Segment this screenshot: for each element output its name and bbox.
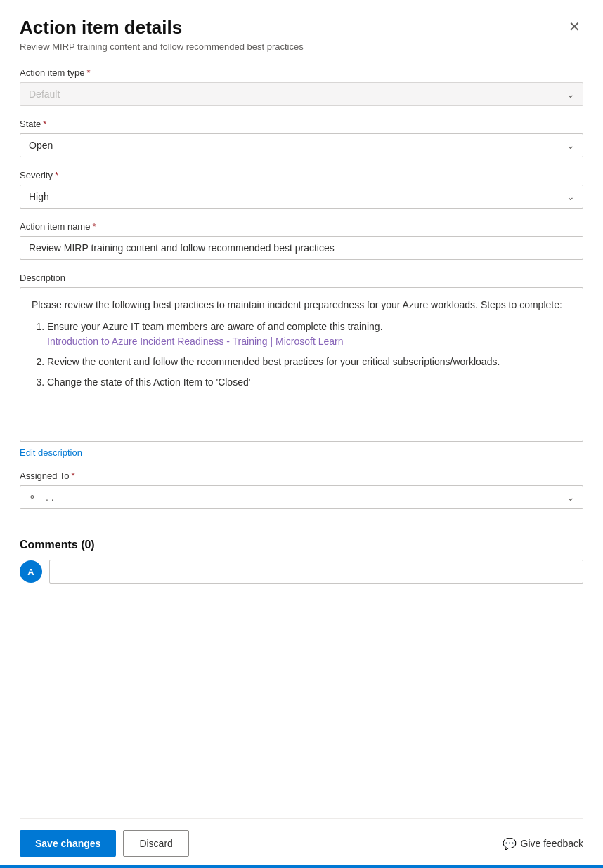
panel-subtitle: Review MIRP training content and follow … <box>20 41 583 52</box>
severity-select[interactable]: High Medium Low <box>20 185 583 209</box>
assigned-to-wrapper: ⚬ . . ⌄ <box>20 485 583 509</box>
edit-description-link[interactable]: Edit description <box>20 447 82 458</box>
footer-left: Save changes Discard <box>20 830 189 857</box>
severity-wrapper: High Medium Low ⌄ <box>20 185 583 209</box>
close-button[interactable]: ✕ <box>566 17 583 37</box>
action-item-name-input[interactable] <box>20 236 583 260</box>
description-intro: Please review the following best practic… <box>32 298 571 313</box>
comment-input[interactable] <box>49 560 583 584</box>
action-item-type-wrapper: Default ⌄ <box>20 82 583 106</box>
comment-avatar: A <box>20 560 42 583</box>
action-item-type-label: Action item type * <box>20 67 583 78</box>
bottom-bar <box>0 865 603 868</box>
action-item-name-label: Action item name * <box>20 221 583 232</box>
assigned-to-required-star: * <box>72 471 75 481</box>
comments-title: Comments (0) <box>20 539 583 551</box>
state-required-star: * <box>43 119 46 129</box>
save-changes-button[interactable]: Save changes <box>20 830 116 857</box>
assigned-to-label: Assigned To * <box>20 471 583 481</box>
feedback-icon: 💬 <box>502 837 517 850</box>
state-wrapper: Open Closed In Progress ⌄ <box>20 133 583 157</box>
required-star: * <box>87 67 91 78</box>
severity-label: Severity * <box>20 170 583 180</box>
description-step-1: Ensure your Azure IT team members are aw… <box>47 320 571 349</box>
step-2-text: Review the content and follow the recomm… <box>47 356 500 367</box>
step-1-text: Ensure your Azure IT team members are aw… <box>47 321 383 332</box>
assigned-to-chevron-icon: ⌄ <box>566 492 575 503</box>
description-step-2: Review the content and follow the recomm… <box>47 355 571 369</box>
description-steps: Ensure your Azure IT team members are aw… <box>32 320 571 390</box>
severity-required-star: * <box>55 170 58 180</box>
discard-button[interactable]: Discard <box>123 830 188 857</box>
action-item-type-select[interactable]: Default <box>20 82 583 106</box>
description-content: Please review the following best practic… <box>20 287 583 442</box>
description-label: Description <box>20 272 583 283</box>
description-step-3: Change the state of this Action Item to … <box>47 375 571 390</box>
feedback-label: Give feedback <box>521 838 584 849</box>
step-1-link[interactable]: Introduction to Azure Incident Readiness… <box>47 336 344 347</box>
comments-section: Comments (0) A <box>20 539 583 804</box>
state-select[interactable]: Open Closed In Progress <box>20 133 583 157</box>
footer-bar: Save changes Discard 💬 Give feedback <box>20 818 583 868</box>
assigned-to-select[interactable]: . . <box>20 485 583 509</box>
step-3-text: Change the state of this Action Item to … <box>47 376 250 388</box>
panel-title: Action item details <box>20 17 182 39</box>
action-item-name-required-star: * <box>92 221 96 232</box>
give-feedback-button[interactable]: 💬 Give feedback <box>502 837 584 850</box>
person-icon: ⚬ <box>28 492 37 503</box>
comment-input-row: A <box>20 560 583 584</box>
state-label: State * <box>20 119 583 129</box>
